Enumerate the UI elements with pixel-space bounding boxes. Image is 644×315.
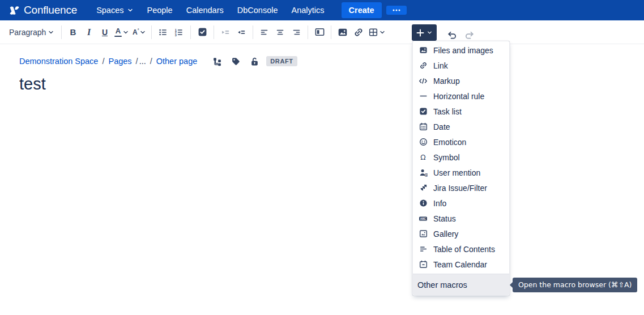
insert-more-button[interactable]	[412, 24, 437, 41]
breadcrumb-link-pages[interactable]: Pages	[108, 57, 131, 66]
menu-item-gallery[interactable]: Gallery	[413, 226, 509, 241]
macro-browser-tooltip: Open the macro browser (⌘⇧A)	[513, 278, 637, 292]
chevron-down-icon	[139, 29, 146, 36]
draft-status-badge: DRAFT	[266, 56, 297, 66]
bullet-list-icon	[158, 27, 168, 37]
gallery-icon	[419, 229, 428, 239]
page-layout-icon	[314, 27, 325, 37]
insert-table-button[interactable]	[366, 24, 387, 41]
align-left-button[interactable]	[257, 24, 272, 41]
page-layout-button[interactable]	[312, 24, 327, 41]
menu-item-date[interactable]: Date	[413, 119, 509, 134]
nav-item-people[interactable]: People	[140, 0, 180, 20]
page-meta-icons	[212, 56, 259, 66]
unlock-icon[interactable]	[249, 56, 259, 66]
align-center-button[interactable]	[272, 24, 288, 41]
text-color-button[interactable]: A	[113, 24, 131, 41]
indent-button[interactable]	[233, 24, 249, 41]
svg-text:3: 3	[175, 33, 177, 36]
menu-item-team-calendar[interactable]: Team Calendar	[413, 257, 509, 272]
horizontal-rule-icon	[419, 92, 428, 101]
italic-icon: I	[87, 27, 91, 37]
menu-item-link[interactable]: Link	[413, 58, 509, 73]
files-and-images-icon	[419, 46, 428, 55]
insert-menu: Files and images Link Markup Horizontal …	[412, 41, 510, 296]
table-icon	[368, 27, 378, 37]
menu-item-files-and-images[interactable]: Files and images	[413, 42, 509, 58]
breadcrumb-ellipsis[interactable]: ...	[139, 57, 146, 66]
more-formatting-icon: A°	[133, 28, 139, 36]
bullet-list-button[interactable]	[155, 24, 171, 41]
svg-text:ABC: ABC	[420, 218, 427, 220]
label-icon[interactable]	[231, 56, 241, 66]
breadcrumb-link-space[interactable]: Demonstration Space	[19, 57, 98, 66]
menu-item-status[interactable]: ABC Status	[413, 211, 509, 226]
menu-item-emoticon[interactable]: Emoticon	[413, 134, 509, 150]
align-right-icon	[291, 27, 301, 37]
insert-image-button[interactable]	[335, 24, 351, 41]
task-list-icon	[198, 27, 207, 37]
tooltip-text: Open the macro browser (⌘⇧A)	[518, 280, 632, 289]
menu-item-table-of-contents[interactable]: Table of Contents	[413, 241, 509, 257]
svg-text:@: @	[424, 172, 428, 177]
nav-item-calendars[interactable]: Calendars	[180, 0, 231, 20]
bold-icon: B	[70, 27, 76, 37]
date-icon	[419, 122, 428, 131]
user-mention-icon: @	[419, 168, 428, 177]
numbered-list-button[interactable]: 123	[171, 24, 187, 41]
breadcrumb-separator: /	[102, 57, 104, 66]
menu-item-jira[interactable]: Jira Issue/Filter	[413, 180, 509, 195]
chevron-down-icon	[127, 7, 134, 14]
task-list-icon	[419, 107, 428, 116]
create-button[interactable]: Create	[342, 2, 382, 18]
indent-icon	[236, 27, 246, 37]
nav-item-dbconsole[interactable]: DbConsole	[231, 0, 285, 20]
toolbar-divider	[61, 25, 62, 39]
bold-button[interactable]: B	[65, 24, 81, 41]
menu-item-markup[interactable]: Markup	[413, 73, 509, 88]
jira-icon	[419, 184, 428, 193]
underline-button[interactable]: U	[97, 24, 113, 41]
italic-button[interactable]: I	[81, 24, 97, 41]
plus-icon	[416, 28, 425, 37]
redo-icon	[464, 29, 475, 40]
confluence-mark-icon	[9, 5, 20, 16]
link-icon	[419, 61, 428, 70]
symbol-icon: Ω	[419, 153, 428, 162]
numbered-list-icon: 123	[174, 27, 184, 37]
more-formatting-button[interactable]: A°	[131, 24, 148, 41]
nav-item-analytics[interactable]: Analytics	[285, 0, 331, 20]
chevron-down-icon	[379, 29, 386, 36]
align-right-button[interactable]	[288, 24, 304, 41]
page-title[interactable]: test	[19, 75, 46, 93]
toolbar-divider	[331, 25, 331, 39]
breadcrumb-separator: /	[150, 57, 152, 66]
menu-item-horizontal-rule[interactable]: Horizontal rule	[413, 88, 509, 104]
info-icon	[419, 199, 428, 208]
navbar-more-button[interactable]	[386, 6, 407, 15]
align-center-icon	[275, 27, 285, 37]
link-icon	[353, 27, 364, 37]
menu-item-other-macros[interactable]: Other macros	[413, 274, 509, 295]
menu-item-symbol[interactable]: Ω Symbol	[413, 150, 509, 165]
text-style-select[interactable]: Paragraph	[6, 24, 58, 41]
confluence-editor: Confluence Spaces People Calendars DbCon…	[0, 0, 644, 315]
menu-item-info[interactable]: Info	[413, 195, 509, 211]
breadcrumb-link-other-page[interactable]: Other page	[156, 57, 198, 66]
confluence-logo[interactable]: Confluence	[9, 4, 77, 16]
menu-item-task-list[interactable]: Task list	[413, 104, 509, 119]
chevron-down-icon	[122, 29, 129, 36]
page-tree-icon[interactable]	[212, 56, 222, 66]
toolbar-divider	[308, 25, 308, 39]
brand-wordmark: Confluence	[24, 4, 77, 16]
emoticon-icon	[419, 138, 428, 147]
insert-link-button[interactable]	[351, 24, 366, 41]
chevron-down-icon	[48, 29, 54, 36]
nav-item-spaces[interactable]: Spaces	[89, 0, 140, 20]
toolbar-divider	[214, 25, 214, 39]
status-icon: ABC	[419, 214, 428, 223]
undo-icon	[446, 29, 457, 40]
text-color-icon: A	[114, 27, 122, 37]
task-list-button[interactable]	[194, 24, 210, 41]
menu-item-user-mention[interactable]: @ User mention	[413, 165, 509, 180]
